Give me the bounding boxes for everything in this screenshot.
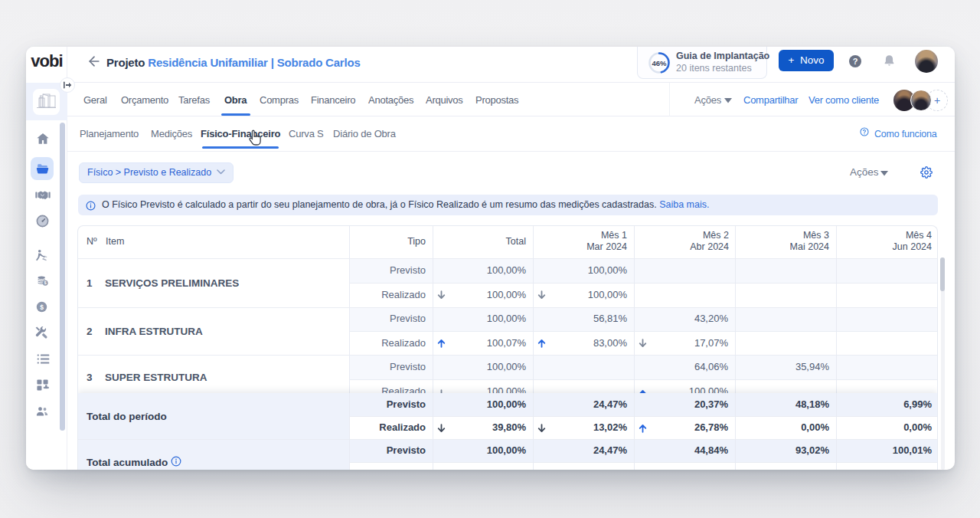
svg-text:$: $: [40, 303, 44, 311]
svg-text:46%: 46%: [652, 59, 667, 67]
